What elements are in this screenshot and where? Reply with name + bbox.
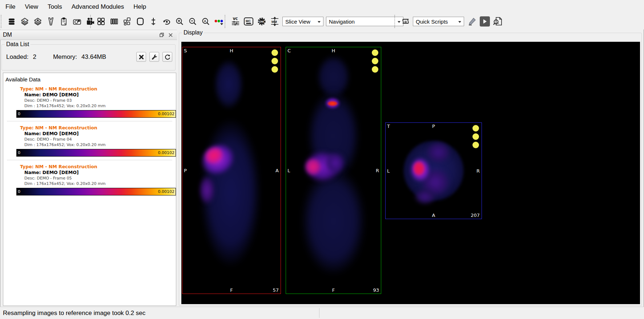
pan-tool-icon[interactable]: [148, 16, 158, 27]
orientation-label: C: [287, 48, 291, 53]
menu-advanced-modules[interactable]: Advanced Modules: [67, 1, 129, 13]
orientation-label: P: [184, 168, 187, 173]
script-edit-icon[interactable]: [467, 16, 477, 27]
zoom-auto-icon[interactable]: A: [200, 16, 211, 27]
display-group: Display S H P A F 57: [179, 33, 642, 306]
orientation-label: F: [332, 287, 335, 293]
scale-min: 0: [18, 112, 20, 116]
chevron-down-icon: [458, 21, 461, 23]
view-mode-value: Slice View: [285, 19, 310, 25]
menu-bar: File View Tools Advanced Modules Help: [0, 0, 644, 13]
available-data-list: Available Data Type: NM - NM Reconstruct…: [3, 73, 176, 306]
data-item-desc: Desc: DEMO - Frame 04: [14, 137, 174, 142]
toolbar-group-scripts: Quick Scripts: [394, 13, 503, 29]
frame-marker-dot: [472, 142, 479, 148]
frame-marker-dots: [372, 49, 378, 74]
colormap-bar[interactable]: 0 0.00102: [16, 188, 176, 195]
settings-wrench-button[interactable]: [149, 52, 159, 62]
layers-add-icon[interactable]: [32, 16, 43, 27]
data-item-dim: Dim : 176x176x452; Vox: 0.20x0.20 mm: [14, 142, 174, 147]
data-item-2[interactable]: Type: NM - NM Reconstruction Name: DEMO …: [3, 121, 176, 157]
script-run-icon[interactable]: [480, 16, 490, 27]
orientation-label: L: [287, 168, 290, 173]
frame-marker-dot: [271, 66, 278, 73]
menu-help[interactable]: Help: [129, 1, 151, 13]
camera-icon[interactable]: [72, 16, 82, 27]
memory-value: 43.64MB: [81, 53, 106, 61]
rotate-view-icon[interactable]: [161, 16, 172, 27]
color-channels-icon[interactable]: [213, 16, 224, 27]
orientation-label: A: [432, 213, 435, 218]
clear-data-button[interactable]: [136, 52, 146, 62]
zoom-in-icon[interactable]: [174, 16, 185, 27]
svg-text:MM: MM: [271, 20, 277, 24]
data-list-group: Data List Loaded: 2 Memory: 43.64MB: [1, 44, 176, 70]
script-report-icon[interactable]: [492, 16, 503, 27]
layers-order-icon[interactable]: 1.: [19, 16, 30, 27]
layout-mixed-icon[interactable]: [122, 16, 132, 27]
menu-tools[interactable]: Tools: [43, 1, 67, 13]
clipboard-report-icon[interactable]: [59, 16, 69, 27]
display-canvas[interactable]: S H P A F 57 C H L R F: [181, 42, 640, 304]
subject-icon[interactable]: [45, 16, 56, 27]
data-item-3[interactable]: Type: NM - NM Reconstruction Name: DEMO …: [3, 160, 176, 195]
tool-select[interactable]: Navigation: [326, 17, 403, 26]
database-icon[interactable]: [6, 16, 17, 27]
refresh-button[interactable]: [162, 52, 172, 62]
transverse-view[interactable]: T P L R A 207: [385, 122, 482, 219]
quick-scripts-value: Quick Scripts: [416, 19, 448, 25]
slice-number: 57: [273, 287, 279, 293]
scale-min: 0: [18, 150, 20, 155]
vc-label: VC: [233, 17, 238, 21]
dm-tool-icon[interactable]: DM: [256, 16, 267, 27]
orientation-label: F: [230, 287, 233, 293]
scale-min: 0: [18, 189, 20, 194]
zoom-out-icon[interactable]: [187, 16, 198, 27]
sagittal-view[interactable]: S H P A F 57: [182, 47, 281, 294]
menu-file[interactable]: File: [1, 1, 20, 13]
slice-number: 93: [373, 287, 379, 293]
menu-view[interactable]: View: [20, 1, 43, 13]
layout-quad-icon[interactable]: [96, 16, 106, 27]
view-mode-select[interactable]: Slice View: [282, 17, 323, 26]
slice-number: 207: [471, 213, 480, 218]
layout-columns-icon[interactable]: [109, 16, 119, 27]
quick-scripts-select[interactable]: Quick Scripts: [413, 17, 464, 26]
dm-panel-title: DM: [3, 32, 12, 38]
orientation-label: R: [376, 168, 379, 173]
frame-marker-dot: [472, 133, 479, 140]
frame-marker-dots: [271, 49, 278, 74]
colormap-bar[interactable]: 0 0.00102: [16, 110, 176, 118]
script-icon[interactable]: [400, 16, 410, 27]
status-bar: Resampling images to reference image too…: [0, 307, 644, 319]
orientation-label: S: [184, 48, 187, 53]
frame-marker-dot: [472, 125, 479, 132]
close-panel-icon[interactable]: [167, 32, 174, 38]
layout-single-icon[interactable]: [135, 16, 145, 27]
dm-panel-titlebar: DM: [0, 30, 177, 40]
orientation-label: P: [432, 124, 435, 129]
scale-max: 0.00102: [158, 150, 175, 155]
toolbar: 1.: [0, 13, 644, 29]
chevron-down-icon: [318, 21, 321, 23]
coronal-view[interactable]: C H L R F 93: [286, 47, 381, 294]
frame-marker-dot: [372, 58, 378, 64]
memory-label: Memory:: [53, 53, 77, 61]
float-panel-icon[interactable]: [158, 32, 165, 38]
colormap-bar[interactable]: 0 0.00102: [16, 149, 176, 157]
data-item-type: Type: NM - NM Reconstruction: [14, 125, 174, 130]
vc-tool-icon[interactable]: VC: [230, 16, 241, 27]
data-item-1[interactable]: Type: NM - NM Reconstruction Name: DEMO …: [3, 82, 176, 118]
frame-marker-dots: [472, 125, 479, 150]
orientation-label: T: [387, 124, 390, 129]
toolbar-group-data: 1.: [1, 13, 95, 29]
mm-tool-icon[interactable]: MM: [269, 16, 280, 27]
loaded-label: Loaded:: [6, 53, 28, 61]
available-data-label: Available Data: [3, 73, 176, 82]
svg-text:DM: DM: [259, 20, 264, 23]
orientation-label: H: [332, 48, 335, 53]
orientation-label: L: [387, 168, 390, 174]
data-item-type: Type: NM - NM Reconstruction: [14, 164, 174, 169]
mc-tool-icon[interactable]: MC: [243, 16, 254, 27]
data-item-type: Type: NM - NM Reconstruction: [14, 86, 174, 92]
